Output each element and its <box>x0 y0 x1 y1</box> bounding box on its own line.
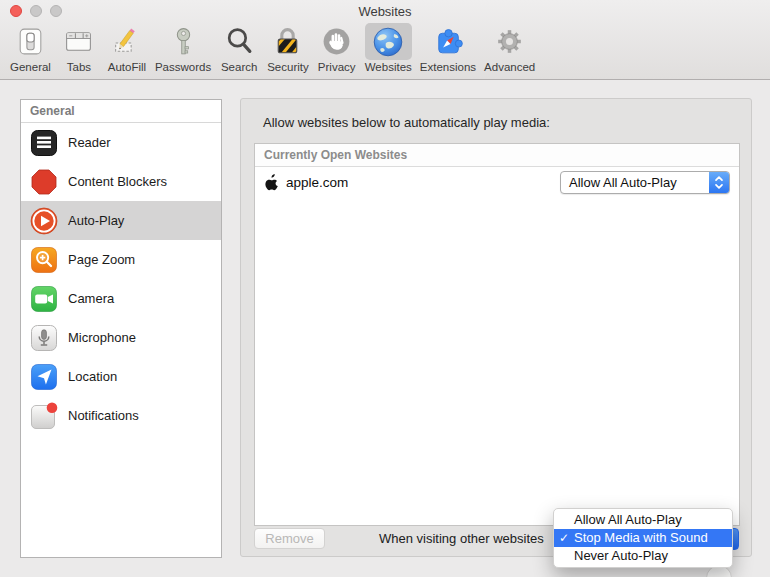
toolbar-item-label: Privacy <box>318 61 356 73</box>
list-header: Currently Open Websites <box>255 144 739 167</box>
toolbar-item-label: General <box>10 61 51 73</box>
sidebar-item-page-zoom[interactable]: Page Zoom <box>21 240 221 279</box>
notifications-icon <box>30 402 58 430</box>
reader-icon <box>30 129 58 157</box>
toolbar-item-label: Passwords <box>155 61 211 73</box>
preferences-toolbar: General Tabs <box>0 22 770 79</box>
when-visiting-label: When visiting other websites <box>379 531 544 546</box>
menu-item-stop-media[interactable]: ✓ Stop Media with Sound <box>554 529 732 547</box>
sidebar-item-label: Reader <box>68 135 111 150</box>
toolbar-item-privacy[interactable]: Privacy <box>313 23 361 73</box>
toolbar-item-extensions[interactable]: Extensions <box>416 23 480 73</box>
puzzle-icon <box>431 25 464 58</box>
toolbar-item-autofill[interactable]: AutoFill <box>103 23 151 73</box>
camera-icon <box>30 285 58 313</box>
auto-play-panel: Allow websites below to automatically pl… <box>240 98 752 557</box>
page-zoom-icon <box>30 246 58 274</box>
toolbar-item-tabs[interactable]: Tabs <box>55 23 103 73</box>
toolbar-item-label: Advanced <box>484 61 535 73</box>
toolbar-item-label: Security <box>267 61 309 73</box>
magnifier-icon <box>223 25 256 58</box>
site-policy-popup[interactable]: Allow All Auto-Play <box>560 171 730 194</box>
toolbar-item-security[interactable]: Security <box>263 23 313 73</box>
menu-item-label: Never Auto-Play <box>574 548 668 563</box>
switch-icon <box>14 25 47 58</box>
sidebar-item-label: Camera <box>68 291 114 306</box>
sidebar-item-microphone[interactable]: Microphone <box>21 318 221 357</box>
zoom-button[interactable] <box>50 5 62 17</box>
toolbar-item-label: AutoFill <box>108 61 146 73</box>
padlock-icon <box>271 25 304 58</box>
open-websites-list: Currently Open Websites apple.com Allow … <box>254 143 740 526</box>
toolbar-item-label: Extensions <box>420 61 476 73</box>
sidebar-item-reader[interactable]: Reader <box>21 123 221 162</box>
sidebar-item-notifications[interactable]: Notifications <box>21 396 221 435</box>
sidebar-item-label: Microphone <box>68 330 136 345</box>
checkmark-icon: ✓ <box>559 529 569 547</box>
sidebar-item-label: Location <box>68 369 117 384</box>
key-icon <box>167 25 200 58</box>
traffic-lights <box>10 5 62 17</box>
toolbar-item-label: Tabs <box>67 61 91 73</box>
gear-icon <box>493 25 526 58</box>
tabs-icon <box>62 25 95 58</box>
microphone-icon <box>30 324 58 352</box>
hand-icon <box>320 25 353 58</box>
sidebar-item-auto-play[interactable]: Auto-Play <box>21 201 221 240</box>
toolbar-item-passwords[interactable]: Passwords <box>151 23 215 73</box>
menu-item-never[interactable]: Never Auto-Play <box>554 547 732 565</box>
sidebar-item-label: Page Zoom <box>68 252 135 267</box>
menu-item-label: Allow All Auto-Play <box>574 512 682 527</box>
sidebar-section-header: General <box>21 100 221 123</box>
panel-instruction: Allow websites below to automatically pl… <box>263 115 550 130</box>
website-name: apple.com <box>286 175 348 190</box>
safari-preferences-window: Websites General Tabs <box>0 0 770 577</box>
close-button[interactable] <box>10 5 22 17</box>
sidebar-item-content-blockers[interactable]: Content Blockers <box>21 162 221 201</box>
sidebar-item-label: Auto-Play <box>68 213 124 228</box>
sidebar-item-location[interactable]: Location <box>21 357 221 396</box>
toolbar-item-general[interactable]: General <box>6 23 55 73</box>
play-circle-icon <box>30 207 58 235</box>
popup-stepper-icon <box>709 172 729 193</box>
remove-button[interactable]: Remove <box>254 528 325 549</box>
menu-item-label: Stop Media with Sound <box>574 530 708 545</box>
site-policy-value: Allow All Auto-Play <box>561 175 709 190</box>
location-arrow-icon <box>30 363 58 391</box>
pencil-icon <box>110 25 143 58</box>
titlebar: Websites <box>0 0 770 22</box>
sidebar-item-camera[interactable]: Camera <box>21 279 221 318</box>
toolbar-item-search[interactable]: Search <box>215 23 263 73</box>
toolbar-item-websites[interactable]: Websites <box>361 23 416 73</box>
menu-item-allow-all[interactable]: Allow All Auto-Play <box>554 511 732 529</box>
stop-octagon-icon <box>30 168 58 196</box>
website-row: apple.com Allow All Auto-Play <box>255 167 739 197</box>
window-title: Websites <box>0 0 770 23</box>
websites-sidebar: General Reader Content Blockers Auto-Pla… <box>20 99 222 558</box>
auto-play-options-menu: Allow All Auto-Play ✓ Stop Media with So… <box>553 508 733 568</box>
apple-logo-icon <box>264 174 279 191</box>
toolbar-item-advanced[interactable]: Advanced <box>480 23 539 73</box>
minimize-button[interactable] <box>30 5 42 17</box>
globe-icon <box>371 25 405 59</box>
toolbar-item-label: Search <box>221 61 257 73</box>
sidebar-item-label: Content Blockers <box>68 174 167 189</box>
window-header: Websites General Tabs <box>0 0 770 80</box>
sidebar-item-label: Notifications <box>68 408 139 423</box>
toolbar-item-label: Websites <box>365 61 412 73</box>
